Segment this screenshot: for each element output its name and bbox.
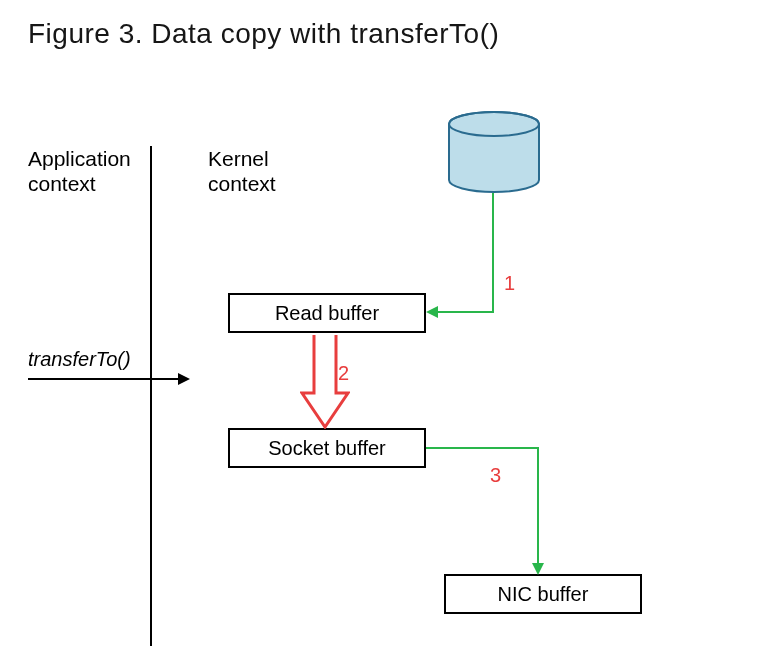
arrow-3-head	[532, 563, 544, 575]
step-3-label: 3	[490, 464, 501, 487]
disk-cylinder-icon	[446, 110, 542, 200]
transferto-arrow-head	[178, 373, 190, 385]
kernel-context-label: Kernelcontext	[208, 146, 276, 196]
arrow-3-horizontal	[426, 447, 539, 449]
arrow-3-vertical	[537, 447, 539, 567]
figure-title: Figure 3. Data copy with transferTo()	[28, 18, 499, 50]
application-context-label: Applicationcontext	[28, 146, 131, 196]
arrow-1-vertical	[492, 193, 494, 313]
step-2-label: 2	[338, 362, 349, 385]
arrow-1-horizontal	[432, 311, 494, 313]
transferto-call-label: transferTo()	[28, 348, 131, 371]
diagram-container: Applicationcontext Kernelcontext transfe…	[28, 90, 708, 650]
socket-buffer-box: Socket buffer	[228, 428, 426, 468]
nic-buffer-box: NIC buffer	[444, 574, 642, 614]
context-divider	[150, 146, 152, 646]
step-1-label: 1	[504, 272, 515, 295]
arrow-1-head	[426, 306, 438, 318]
read-buffer-box: Read buffer	[228, 293, 426, 333]
transferto-arrow	[28, 378, 183, 380]
